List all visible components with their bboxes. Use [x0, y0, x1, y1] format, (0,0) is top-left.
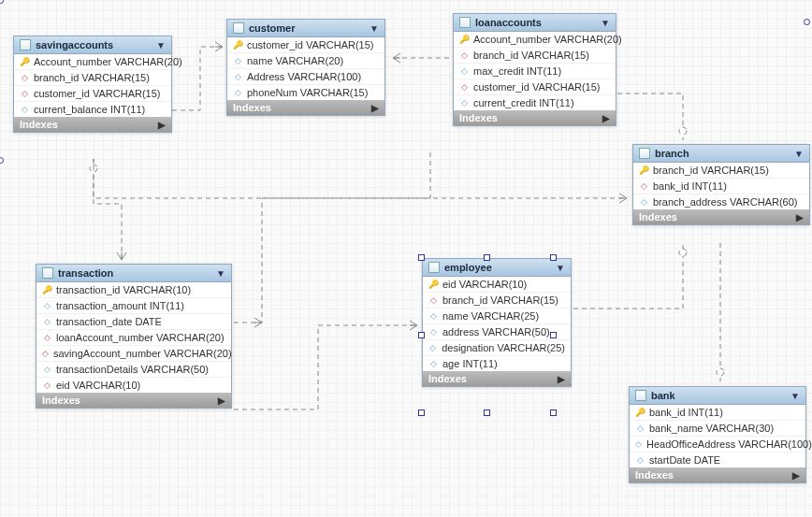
- column-def: transaction_date DATE: [56, 316, 162, 327]
- column-row[interactable]: ◇max_credit INT(11): [454, 64, 616, 79]
- table-header[interactable]: bank▼: [630, 387, 805, 405]
- column-row[interactable]: ◇age INT(11): [423, 356, 571, 371]
- column-row[interactable]: ◇savingAccount_number VARCHAR(20): [36, 346, 231, 362]
- column-def: customer_id VARCHAR(15): [473, 81, 601, 93]
- indexes-section[interactable]: Indexes▶: [36, 393, 231, 408]
- indexes-section[interactable]: Indexes▶: [14, 117, 171, 132]
- collapse-icon[interactable]: ▼: [794, 149, 804, 159]
- column-row[interactable]: ◇name VARCHAR(20): [227, 53, 384, 69]
- table-branch[interactable]: branch▼🔑branch_id VARCHAR(15)◇bank_id IN…: [632, 144, 810, 225]
- table-customer[interactable]: customer▼🔑customer_id VARCHAR(15)◇name V…: [226, 19, 385, 116]
- column-row[interactable]: ◇name VARCHAR(25): [423, 309, 571, 324]
- table-bank[interactable]: bank▼🔑bank_id INT(11)◇bank_name VARCHAR(…: [629, 386, 806, 483]
- column-def: eid VARCHAR(10): [442, 279, 527, 290]
- column-row[interactable]: ◇customer_id VARCHAR(15): [454, 79, 616, 95]
- collapse-icon[interactable]: ▼: [601, 18, 610, 28]
- column-row[interactable]: 🔑branch_id VARCHAR(15): [633, 163, 809, 179]
- column-row[interactable]: ◇phoneNum VARCHAR(15): [227, 85, 384, 100]
- table-icon: [459, 17, 471, 28]
- column-row[interactable]: ◇current_credit INT(11): [454, 95, 616, 110]
- column-row[interactable]: ◇startDate DATE: [630, 452, 805, 467]
- column-row[interactable]: ◇branch_id VARCHAR(15): [14, 70, 171, 86]
- indexes-section[interactable]: Indexes▶: [633, 209, 809, 224]
- column-row[interactable]: ◇current_balance INT(11): [14, 102, 171, 117]
- collapse-icon[interactable]: ▼: [216, 268, 225, 279]
- table-name: employee: [444, 262, 492, 273]
- column-row[interactable]: ◇bank_id INT(11): [633, 179, 809, 194]
- column-row[interactable]: ◇Address VARCHAR(100): [227, 69, 384, 85]
- svg-point-2: [679, 249, 687, 256]
- column-def: Account_number VARCHAR(20): [34, 56, 182, 67]
- column-row[interactable]: ◇address VARCHAR(50): [423, 324, 571, 340]
- table-header[interactable]: customer▼: [227, 20, 384, 37]
- collapse-icon[interactable]: ▼: [790, 391, 800, 401]
- table-name: customer: [249, 22, 296, 34]
- column-row[interactable]: ◇bank_name VARCHAR(30): [630, 421, 805, 437]
- column-def: transaction_amount INT(11): [56, 300, 184, 311]
- column-def: Address VARCHAR(100): [247, 71, 361, 82]
- diamond-icon: ◇: [233, 88, 242, 97]
- diamond-icon: ◇: [42, 365, 51, 374]
- indexes-label: Indexes: [639, 211, 677, 223]
- table-header[interactable]: branch▼: [633, 145, 809, 163]
- indexes-label: Indexes: [20, 119, 58, 130]
- column-row[interactable]: ◇branch_id VARCHAR(15): [454, 48, 616, 64]
- collapse-icon[interactable]: ▼: [156, 40, 166, 50]
- column-row[interactable]: 🔑transaction_id VARCHAR(10): [36, 282, 231, 298]
- column-row[interactable]: 🔑Account_number VARCHAR(20): [14, 54, 171, 70]
- column-def: branch_id VARCHAR(15): [653, 165, 769, 176]
- table-name: loanaccounts: [475, 17, 542, 28]
- table-columns: 🔑branch_id VARCHAR(15)◇bank_id INT(11)◇b…: [633, 163, 809, 209]
- column-row[interactable]: ◇HeadOfficeAddress VARCHAR(100): [630, 437, 805, 452]
- column-row[interactable]: ◇loanAccount_number VARCHAR(20): [36, 330, 231, 346]
- column-def: branch_id VARCHAR(15): [473, 50, 589, 61]
- indexes-section[interactable]: Indexes▶: [454, 110, 616, 125]
- indexes-section[interactable]: Indexes▶: [227, 100, 384, 115]
- table-employee[interactable]: employee▼🔑eid VARCHAR(10)◇branch_id VARC…: [422, 258, 572, 387]
- indexes-section[interactable]: Indexes▶: [423, 371, 571, 386]
- table-columns: 🔑bank_id INT(11)◇bank_name VARCHAR(30)◇H…: [630, 405, 805, 467]
- diamond-icon: ◇: [233, 56, 242, 65]
- table-columns: 🔑transaction_id VARCHAR(10)◇transaction_…: [36, 282, 231, 393]
- table-loanaccounts[interactable]: loanaccounts▼🔑Account_number VARCHAR(20)…: [453, 13, 616, 126]
- table-name: transaction: [58, 267, 113, 279]
- column-row[interactable]: ◇transaction_amount INT(11): [36, 298, 231, 314]
- table-name: branch: [655, 148, 689, 159]
- column-row[interactable]: 🔑Account_number VARCHAR(20): [454, 32, 616, 48]
- table-transaction[interactable]: transaction▼🔑transaction_id VARCHAR(10)◇…: [36, 264, 232, 409]
- column-def: branch_id VARCHAR(15): [34, 72, 150, 83]
- column-row[interactable]: ◇branch_id VARCHAR(15): [423, 293, 571, 309]
- table-icon: [233, 22, 244, 34]
- column-row[interactable]: ◇eid VARCHAR(10): [36, 378, 231, 393]
- table-header[interactable]: employee▼: [423, 259, 571, 277]
- column-row[interactable]: ◇branch_address VARCHAR(60): [633, 194, 809, 209]
- diamond-fk-icon: ◇: [20, 73, 29, 82]
- diamond-icon: ◇: [42, 317, 51, 326]
- expand-right-icon: ▶: [792, 470, 800, 481]
- indexes-section[interactable]: Indexes▶: [630, 467, 805, 482]
- column-row[interactable]: ◇transactionDetails VARCHAR(50): [36, 362, 231, 378]
- collapse-icon[interactable]: ▼: [370, 23, 379, 34]
- diamond-icon: ◇: [428, 359, 438, 368]
- key-icon: 🔑: [428, 280, 438, 289]
- svg-point-1: [679, 127, 687, 135]
- column-def: bank_name VARCHAR(30): [649, 423, 774, 434]
- column-row[interactable]: ◇customer_id VARCHAR(15): [14, 86, 171, 102]
- column-row[interactable]: ◇transaction_date DATE: [36, 314, 231, 330]
- table-savingaccounts[interactable]: savingaccounts▼🔑Account_number VARCHAR(2…: [13, 36, 172, 133]
- table-header[interactable]: transaction▼: [36, 265, 231, 282]
- diamond-icon: ◇: [639, 197, 648, 207]
- collapse-icon[interactable]: ▼: [556, 263, 565, 273]
- column-row[interactable]: ◇designation VARCHAR(25): [423, 340, 571, 356]
- column-row[interactable]: 🔑eid VARCHAR(10): [423, 277, 571, 293]
- column-def: customer_id VARCHAR(15): [247, 39, 374, 50]
- column-def: startDate DATE: [649, 454, 720, 466]
- key-icon: 🔑: [639, 165, 648, 175]
- table-header[interactable]: loanaccounts▼: [454, 14, 616, 32]
- column-row[interactable]: 🔑customer_id VARCHAR(15): [227, 37, 384, 53]
- table-columns: 🔑customer_id VARCHAR(15)◇name VARCHAR(20…: [227, 37, 384, 100]
- table-header[interactable]: savingaccounts▼: [14, 36, 171, 54]
- column-def: savingAccount_number VARCHAR(20): [53, 348, 232, 359]
- column-def: name VARCHAR(25): [442, 310, 539, 322]
- column-row[interactable]: 🔑bank_id INT(11): [630, 405, 805, 421]
